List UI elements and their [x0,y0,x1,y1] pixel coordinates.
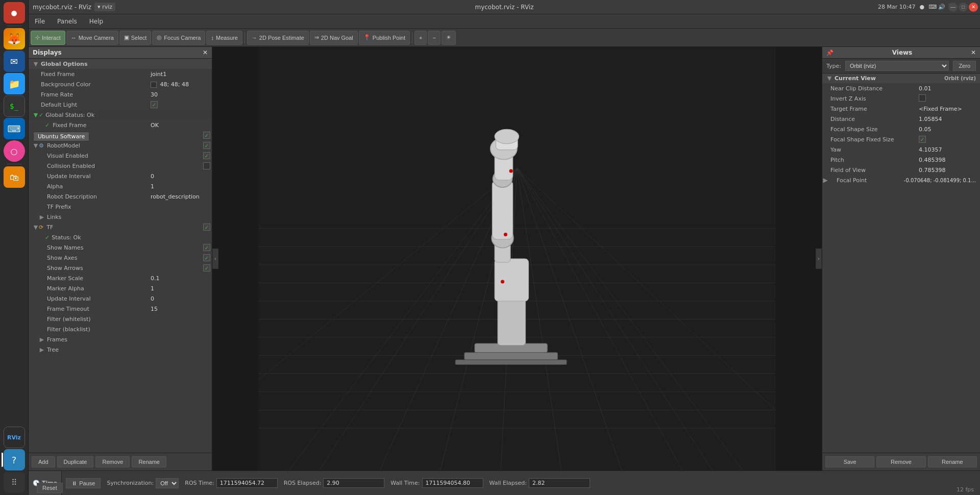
robot-model-row[interactable]: ▼ ⚙ RobotModel ✓ [29,140,212,151]
robot-description-value[interactable]: robot_description [151,193,212,200]
sidebar-icon-browser[interactable]: ○ [4,140,25,162]
default-light-value: ✓ [151,101,212,108]
close-button[interactable]: ✕ [969,3,978,12]
marker-alpha-value[interactable]: 1 [151,285,212,292]
focal-shape-size-value[interactable]: 0.05 [919,126,980,133]
current-view-expand[interactable]: ▼ [826,75,832,82]
activities-text[interactable]: mycobot.rviz - RViz [33,4,91,11]
toolbar-measure[interactable]: ↕ Measure [206,31,242,45]
views-remove-button[interactable]: Remove [876,456,925,467]
tf-row[interactable]: ▼ ⟳ TF ✓ [29,222,212,232]
reset-button[interactable]: Reset [37,483,63,493]
sidebar-icon-software[interactable]: 🛍 [4,166,25,188]
frames-expand[interactable]: ▶ [39,336,45,343]
toolbar-sun[interactable]: ☀ [442,31,456,45]
robot-model-checkbox[interactable]: ✓ [203,142,210,149]
menu-help[interactable]: Help [87,17,105,26]
pitch-value[interactable]: 0.485398 [919,157,980,163]
toolbar-plus[interactable]: + [414,31,427,45]
tf-update-interval-value[interactable]: 0 [151,295,212,302]
tf-checkbox[interactable]: ✓ [203,224,210,231]
minimize-button[interactable]: — [948,3,958,12]
invert-z-checkbox[interactable] [919,94,926,102]
toolbar-select[interactable]: ▣ Select [119,31,152,45]
links-row[interactable]: ▶ Links [29,212,212,222]
visual-enabled-checkbox[interactable]: ✓ [203,152,210,159]
focal-shape-size-label: Focal Shape Size [822,126,919,133]
show-arrows-checkbox[interactable]: ✓ [203,264,210,271]
frame-timeout-value[interactable]: 15 [151,306,212,312]
near-clip-value[interactable]: 0.01 [919,85,980,92]
toolbar-focus-camera[interactable]: ◎ Focus Camera [152,31,205,45]
global-options-row[interactable]: ▼ Global Options [29,59,212,69]
toolbar-publish-point[interactable]: 📍 Publish Point [359,31,410,45]
activities-label[interactable]: mycobot.rviz - RViz ▾ rviz [33,3,115,11]
views-save-button[interactable]: Save [825,456,874,467]
toolbar-minus[interactable]: − [428,31,440,45]
collapse-left-button[interactable]: ‹ [212,249,218,269]
toolbar-2d-nav[interactable]: ⇒ 2D Nav Goal [310,31,358,45]
invert-z-value [919,94,980,103]
collapse-right-button[interactable]: › [816,249,822,269]
global-status-expand[interactable]: ▼ [33,112,39,118]
focal-point-expand[interactable]: ▶ [822,177,828,184]
wall-time-label: Wall Time: [390,480,420,486]
tree-expand[interactable]: ▶ [39,346,45,353]
views-type-select[interactable]: Orbit (rviz) [845,61,949,71]
show-arrows-label: Show Arrows [45,265,202,271]
frame-rate-value[interactable]: 30 [151,91,212,98]
bg-color-value[interactable]: 48; 48; 48 [151,81,212,88]
displays-content[interactable]: ▼ Global Options Fixed Frame joint1 Back… [29,59,212,453]
frames-row[interactable]: ▶ Frames [29,334,212,344]
views-zero-button[interactable]: Zero [953,61,976,71]
collision-enabled-checkbox[interactable] [203,162,210,169]
marker-scale-value[interactable]: 0.1 [151,275,212,282]
default-light-label: Default Light [39,102,151,108]
duplicate-button[interactable]: Duplicate [57,456,94,467]
fixed-frame-value[interactable]: joint1 [151,71,212,78]
distance-value[interactable]: 1.05854 [919,116,980,122]
links-expand[interactable]: ▶ [39,214,45,220]
remove-button[interactable]: Remove [95,456,130,467]
toolbar-2d-pose[interactable]: → 2D Pose Estimate [247,31,309,45]
fov-value[interactable]: 0.785398 [919,167,980,174]
global-options-expand[interactable]: ▼ [33,61,39,67]
yaw-value[interactable]: 4.10357 [919,146,980,153]
robot-model-expand[interactable]: ▼ [33,142,39,149]
sidebar-icon-activities[interactable]: ● [4,2,25,23]
viewport[interactable]: ‹ [212,47,822,471]
show-names-checkbox[interactable]: ✓ [203,244,210,251]
add-button[interactable]: Add [32,456,55,467]
rename-button[interactable]: Rename [132,456,166,467]
target-frame-value[interactable]: <Fixed Frame> [919,106,980,112]
views-close-button[interactable]: ✕ [971,49,976,56]
maximize-button[interactable]: □ [959,3,968,12]
global-status-row[interactable]: ▼ ✓ Global Status: Ok [29,110,212,120]
sidebar-icon-terminal[interactable]: $_ [4,95,25,117]
sidebar-icon-help[interactable]: ? [4,449,25,471]
show-axes-checkbox[interactable]: ✓ [203,254,210,261]
sidebar-icon-grid[interactable]: ⠿ [4,472,25,493]
displays-close-button[interactable]: ✕ [203,49,208,56]
sidebar-icon-thunderbird[interactable]: ✉ [4,51,25,72]
default-light-checkbox[interactable]: ✓ [151,101,158,108]
tf-expand[interactable]: ▼ [33,224,39,231]
point-icon: 📍 [363,34,371,41]
menu-file[interactable]: File [33,17,47,26]
sidebar-icon-files[interactable]: 📁 [4,73,25,94]
views-rename-button[interactable]: Rename [928,456,977,467]
sidebar-icon-rviz[interactable]: RViz [4,427,25,448]
sidebar-icon-firefox[interactable]: 🦊 [4,28,25,50]
alpha-value[interactable]: 1 [151,183,212,190]
update-interval-value[interactable]: 0 [151,173,212,180]
menu-panels[interactable]: Panels [55,17,79,26]
tree-row[interactable]: ▶ Tree [29,344,212,355]
views-title: Views [892,49,913,56]
toolbar-move-camera[interactable]: ↔ Move Camera [66,31,118,45]
sidebar-icon-vscode[interactable]: ⌨ [4,118,25,139]
pause-button[interactable]: ⏸ Pause [66,478,101,488]
sync-select[interactable]: Off [156,478,179,488]
grid-checkbox[interactable]: ✓ [203,132,210,139]
focal-shape-fixed-checkbox[interactable]: ✓ [919,136,926,143]
toolbar-interact[interactable]: ⊹ Interact [31,31,65,45]
